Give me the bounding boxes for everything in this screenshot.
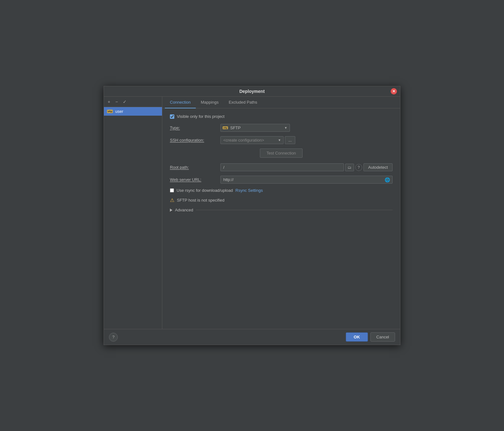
web-server-label: Web server URL: (170, 177, 220, 182)
warning-row: ⚠ SFTP host is not specified (170, 197, 393, 203)
triangle-right-icon (170, 209, 172, 212)
content-area: Visible only for this project Type: sftp… (162, 108, 400, 329)
rsync-row: Use rsync for download/upload Rsync Sett… (170, 188, 393, 193)
advanced-label: Advanced (175, 208, 193, 212)
type-label: Type: (170, 125, 220, 130)
root-path-folder-button[interactable]: 🗂 (345, 164, 354, 171)
ssh-config-select-wrapper: <create configuration> ▼ (220, 136, 284, 144)
rsync-settings-link[interactable]: Rsync Settings (236, 188, 263, 193)
visible-only-checkbox[interactable] (170, 114, 174, 119)
main-content: + − ✓ sftp user Connection Mappings (104, 97, 400, 329)
rsync-checkbox[interactable] (170, 188, 174, 192)
root-path-input[interactable] (220, 163, 344, 171)
ssh-config-select[interactable]: <create configuration> (220, 136, 284, 144)
cancel-button[interactable]: Cancel (370, 332, 395, 342)
title-bar: Deployment ✕ (104, 86, 400, 97)
root-path-wrapper: 🗂 ? Autodetect (220, 163, 393, 171)
ssh-config-label: SSH configuration: (170, 138, 220, 143)
root-path-label: Root path: (170, 165, 220, 170)
tab-excluded-paths[interactable]: Excluded Paths (224, 97, 262, 108)
advanced-divider (196, 210, 393, 210)
tab-connection[interactable]: Connection (165, 97, 196, 108)
folder-icon: 🗂 (348, 165, 351, 170)
root-path-row: Root path: 🗂 ? Autodetect (170, 163, 393, 171)
ssh-config-wrapper: <create configuration> ▼ ... (220, 136, 295, 144)
sidebar-toolbar: + − ✓ (104, 97, 162, 107)
bottom-buttons: OK Cancel (346, 332, 395, 342)
tab-mappings[interactable]: Mappings (196, 97, 224, 108)
warning-icon: ⚠ (170, 197, 174, 203)
dialog-title: Deployment (239, 89, 265, 94)
ssh-config-dots-button[interactable]: ... (285, 136, 295, 144)
close-button[interactable]: ✕ (391, 88, 397, 94)
web-server-url-input[interactable] (220, 176, 393, 184)
deployment-dialog: Deployment ✕ + − ✓ sftp user Connection (104, 86, 400, 345)
type-select[interactable]: SFTP FTP FTPS Local or mounted folder (220, 124, 290, 132)
ok-button[interactable]: OK (346, 332, 368, 342)
advanced-row[interactable]: Advanced (170, 208, 393, 212)
sidebar-item-user[interactable]: sftp user (104, 107, 162, 116)
rsync-label: Use rsync for download/upload (177, 188, 233, 193)
add-server-button[interactable]: + (106, 99, 111, 105)
visible-only-label: Visible only for this project (177, 114, 225, 119)
ssh-config-row: SSH configuration: <create configuration… (170, 136, 393, 144)
type-select-wrapper: sftp SFTP FTP FTPS Local or mounted fold… (220, 124, 290, 132)
bottom-bar: ? OK Cancel (104, 329, 400, 345)
root-path-help-button[interactable]: ? (355, 164, 362, 171)
type-row: Type: sftp SFTP FTP FTPS Local or mounte… (170, 124, 393, 132)
sftp-icon: sftp (107, 109, 113, 114)
remove-server-button[interactable]: − (114, 99, 119, 105)
visible-only-row: Visible only for this project (170, 114, 393, 119)
test-connection-button[interactable]: Test Connection (260, 149, 303, 158)
web-server-url-row: Web server URL: 🌐 (170, 176, 393, 184)
test-connection-row: Test Connection (170, 149, 393, 158)
confirm-server-button[interactable]: ✓ (122, 99, 128, 105)
right-panel: Connection Mappings Excluded Paths Visib… (162, 97, 400, 329)
tabs-bar: Connection Mappings Excluded Paths (162, 97, 400, 108)
help-button[interactable]: ? (109, 333, 118, 342)
web-url-wrapper: 🌐 (220, 176, 393, 184)
sidebar: + − ✓ sftp user (104, 97, 162, 329)
warning-text: SFTP host is not specified (177, 198, 225, 203)
autodetect-button[interactable]: Autodetect (363, 163, 393, 171)
sidebar-item-label: user (115, 109, 123, 114)
